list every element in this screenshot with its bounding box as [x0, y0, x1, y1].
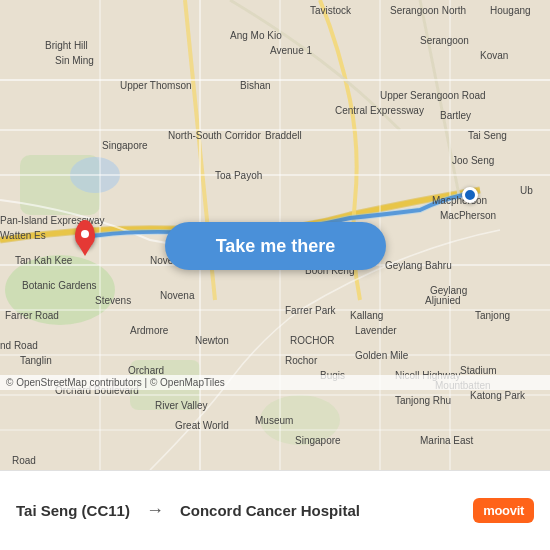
origin-station: Tai Seng (CC11) — [16, 502, 130, 519]
take-me-there-button[interactable]: Take me there — [165, 222, 386, 270]
moovit-logo: moovit — [473, 498, 534, 523]
pin-center — [81, 230, 89, 238]
destination-hospital: Concord Cancer Hospital — [180, 502, 360, 519]
moovit-logo-text: moovit — [473, 498, 534, 523]
map-container: TavistockSerangoon NorthHougangBright Hi… — [0, 0, 550, 470]
station-info: Tai Seng (CC11) → Concord Cancer Hospita… — [16, 500, 473, 521]
direction-arrow: → — [146, 500, 164, 521]
svg-point-4 — [260, 395, 340, 445]
map-attribution: © OpenStreetMap contributors | © OpenMap… — [0, 375, 550, 390]
bottom-bar: Tai Seng (CC11) → Concord Cancer Hospita… — [0, 470, 550, 550]
origin-marker — [75, 220, 95, 248]
destination-marker — [462, 187, 478, 203]
destination-dot — [462, 187, 478, 203]
